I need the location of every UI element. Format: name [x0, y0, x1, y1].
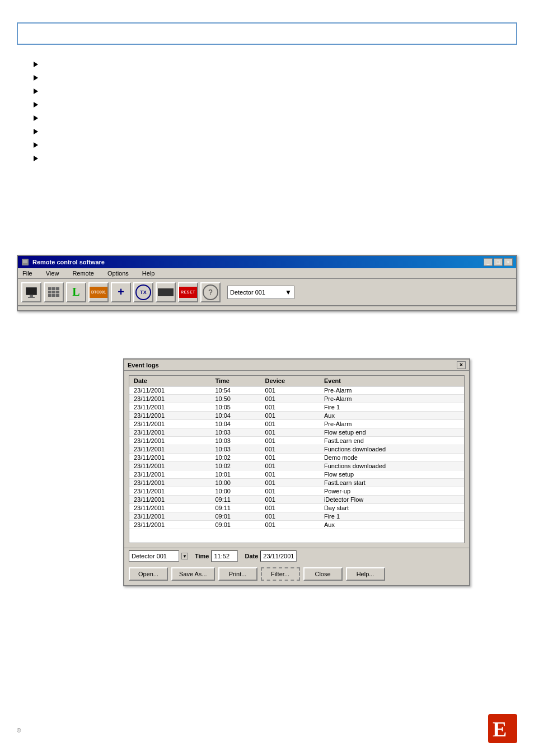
- menu-remote[interactable]: Remote: [70, 269, 96, 277]
- cell-date: 23/11/2001: [129, 445, 210, 454]
- date-label: Date: [245, 553, 258, 559]
- table-row: 23/11/200110:03001Functions downloaded: [129, 445, 464, 454]
- event-logs-titlebar: Event logs ×: [124, 360, 469, 371]
- cell-date: 23/11/2001: [129, 521, 210, 529]
- cell-time: 10:02: [210, 462, 260, 470]
- cell-device: 001: [261, 496, 320, 504]
- save-as-button[interactable]: Save As...: [171, 567, 215, 581]
- list-item: [34, 75, 44, 81]
- detector-select[interactable]: Detector 001: [129, 550, 179, 562]
- open-button[interactable]: Open...: [129, 567, 168, 581]
- cell-date: 23/11/2001: [129, 428, 210, 437]
- top-bar: [17, 22, 517, 45]
- cell-time: 10:00: [210, 479, 260, 487]
- cell-device: 001: [261, 420, 320, 428]
- cell-time: 10:00: [210, 487, 260, 496]
- list-item: [34, 62, 44, 67]
- app-icon: [21, 258, 29, 266]
- col-date: Date: [129, 376, 210, 386]
- cell-event: Flow setup: [320, 470, 464, 479]
- cell-time: 09:01: [210, 512, 260, 521]
- green-l-button[interactable]: L: [66, 282, 86, 302]
- cell-event: Fire 1: [320, 403, 464, 412]
- black-rect-icon: [158, 288, 174, 296]
- cell-device: 001: [261, 412, 320, 420]
- bullet-arrow: [34, 115, 38, 121]
- cell-event: Pre-Alarm: [320, 420, 464, 428]
- cell-event: Flow setup end: [320, 428, 464, 437]
- help-log-button[interactable]: Help...: [346, 567, 385, 581]
- list-item: [34, 129, 44, 134]
- menu-view[interactable]: View: [44, 269, 62, 277]
- filter-button[interactable]: Filter...: [261, 567, 300, 581]
- cell-date: 23/11/2001: [129, 479, 210, 487]
- logo-e-icon: E: [488, 714, 517, 743]
- print-button[interactable]: Print...: [218, 567, 257, 581]
- cell-date: 23/11/2001: [129, 504, 210, 512]
- table-row: 23/11/200110:02001Demo mode: [129, 454, 464, 462]
- grid-button[interactable]: [44, 282, 64, 302]
- cell-event: FastLearn end: [320, 437, 464, 445]
- cell-date: 23/11/2001: [129, 487, 210, 496]
- table-row: 23/11/200109:11001iDetector Flow: [129, 496, 464, 504]
- rcs-titlebar: Remote control software _ □ ×: [18, 256, 516, 268]
- table-row: 23/11/200110:05001Fire 1: [129, 403, 464, 412]
- table-row: 23/11/200110:00001Power-up: [129, 487, 464, 496]
- close-log-button[interactable]: Close: [303, 567, 343, 581]
- bullet-arrow: [34, 75, 38, 81]
- status-button[interactable]: DTC001: [88, 282, 109, 302]
- tx-button[interactable]: TX: [133, 282, 153, 302]
- black-rect-button[interactable]: [156, 282, 176, 302]
- help-icon: ?: [203, 284, 218, 300]
- cell-time: 10:50: [210, 395, 260, 403]
- bullet-arrow: [34, 129, 38, 134]
- grid-icon: [48, 287, 59, 297]
- cell-event: iDetector Flow: [320, 496, 464, 504]
- cell-time: 10:04: [210, 420, 260, 428]
- table-row: 23/11/200110:50001Pre-Alarm: [129, 395, 464, 403]
- list-item: [34, 142, 44, 148]
- table-row: 23/11/200110:01001Flow setup: [129, 470, 464, 479]
- reset-button[interactable]: RESET: [178, 282, 198, 302]
- cell-date: 23/11/2001: [129, 420, 210, 428]
- svg-text:E: E: [493, 717, 507, 741]
- monitor-icon: [24, 284, 39, 300]
- detector-select-arrow[interactable]: ▼: [181, 553, 188, 559]
- cell-time: 10:05: [210, 403, 260, 412]
- menu-help[interactable]: Help: [140, 269, 157, 277]
- cell-event: Functions downloaded: [320, 462, 464, 470]
- cell-time: 10:01: [210, 470, 260, 479]
- cell-time: 10:03: [210, 428, 260, 437]
- bullet-arrow: [34, 88, 38, 94]
- cell-event: Pre-Alarm: [320, 386, 464, 395]
- maximize-button[interactable]: □: [494, 258, 503, 266]
- add-button[interactable]: +: [111, 282, 131, 302]
- time-value: 11:52: [211, 550, 238, 562]
- menu-options[interactable]: Options: [105, 269, 131, 277]
- close-button[interactable]: ×: [504, 258, 513, 266]
- status-icon: DTC001: [90, 287, 107, 298]
- cell-event: Day start: [320, 504, 464, 512]
- detector-dropdown[interactable]: Detector 001 ▼: [227, 286, 294, 299]
- cell-time: 10:03: [210, 437, 260, 445]
- bullet-arrow: [34, 156, 38, 161]
- green-l-icon: L: [72, 286, 79, 298]
- cell-device: 001: [261, 504, 320, 512]
- reset-icon: RESET: [179, 287, 197, 298]
- time-label: Time: [195, 553, 209, 559]
- cell-date: 23/11/2001: [129, 454, 210, 462]
- minimize-button[interactable]: _: [484, 258, 493, 266]
- logo-container: E: [488, 714, 517, 745]
- date-value: 23/11/2001: [260, 550, 297, 562]
- menu-file[interactable]: File: [20, 269, 35, 277]
- cell-device: 001: [261, 470, 320, 479]
- help-button[interactable]: ?: [200, 282, 221, 302]
- copyright: ©: [17, 727, 21, 734]
- monitor-button[interactable]: [21, 282, 41, 302]
- cell-time: 09:11: [210, 504, 260, 512]
- cell-date: 23/11/2001: [129, 496, 210, 504]
- list-item: [34, 88, 44, 94]
- list-item: [34, 102, 44, 108]
- tx-icon: TX: [135, 284, 151, 300]
- event-logs-close-button[interactable]: ×: [457, 361, 466, 369]
